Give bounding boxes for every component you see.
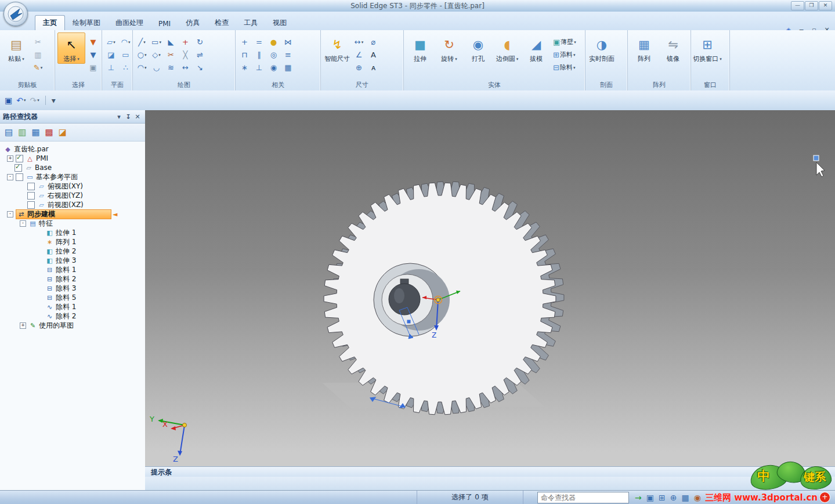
add-material-button[interactable]: ⊞添料▾ <box>551 49 578 61</box>
line-button[interactable]: ╱▾ <box>135 36 149 48</box>
expand-toggle[interactable]: + <box>20 322 26 329</box>
tangent-plane-button[interactable]: ◠▾ <box>119 36 132 48</box>
tree-item[interactable]: -⇄同步建模◄ <box>0 209 145 219</box>
save-button[interactable]: ▣ <box>5 96 12 104</box>
project-edge-button[interactable]: ↘ <box>193 61 207 74</box>
horizontal-vertical-button[interactable]: ∗ <box>238 61 251 74</box>
copy-button[interactable]: ▥ <box>31 49 45 61</box>
tree-item[interactable]: ◆直齿轮.par <box>0 144 145 154</box>
tree-item[interactable]: ▱右视图(YZ) <box>0 191 145 200</box>
visibility-checkbox[interactable] <box>15 164 22 172</box>
angled-plane-button[interactable]: ◪ <box>104 49 118 61</box>
tree-item[interactable]: ▱前视图(XZ) <box>0 200 145 209</box>
circle-button[interactable]: ○▾ <box>135 49 149 61</box>
paste-button[interactable]: ▤粘贴▾ <box>2 32 30 64</box>
tree-item[interactable]: ▱Base <box>0 163 145 172</box>
tree-item[interactable]: ∿除料 1 <box>0 302 145 311</box>
point-button[interactable]: + <box>179 36 192 48</box>
tab-绘制草图[interactable]: 绘制草图 <box>65 16 108 30</box>
tree-item[interactable]: -▭基本参考平面 <box>0 172 145 182</box>
close-panel-icon[interactable]: ✕ <box>133 113 142 121</box>
pattern-button[interactable]: ▦阵列 <box>630 32 658 64</box>
distance-between-button[interactable]: ↔▾ <box>352 36 366 48</box>
tangent-relation-button[interactable]: ◎ <box>267 49 280 61</box>
expand-toggle[interactable]: - <box>20 220 26 227</box>
switch-windows-button[interactable]: ⊞切换窗口▾ <box>693 32 721 64</box>
hole-button[interactable]: ◉打孔 <box>464 32 492 64</box>
zoom-area-button[interactable]: ⊞ <box>659 494 666 502</box>
angle-between-button[interactable]: ∠ <box>352 49 366 61</box>
tab-检查[interactable]: 检查 <box>207 16 236 30</box>
text-increase-button[interactable]: A <box>367 49 380 61</box>
diameter-dimension-button[interactable]: ⌀ <box>367 36 380 48</box>
maximize-button[interactable]: ❐ <box>805 1 818 10</box>
tree-item[interactable]: ∗阵列 1 <box>0 237 145 246</box>
select-options-button[interactable]: ▣ <box>86 61 100 74</box>
live-section-button[interactable]: ◑实时剖面 <box>588 32 616 64</box>
offset-button[interactable]: ≋ <box>164 61 178 74</box>
visibility-checkbox[interactable] <box>27 201 35 209</box>
expand-toggle[interactable]: - <box>7 211 13 217</box>
mirror-sketch-button[interactable]: ⇌ <box>193 49 207 61</box>
tree-item[interactable]: +△PMI <box>0 154 145 163</box>
polygon-button[interactable]: ◇▾ <box>150 49 163 61</box>
tree-item[interactable]: ⊟除料 1 <box>0 265 145 274</box>
tree-item[interactable]: ⊟除料 3 <box>0 284 145 293</box>
toolbar-options-button[interactable]: ▾ <box>52 96 56 104</box>
perpendicular-plane-button[interactable]: ⊥ <box>104 61 118 74</box>
minimize-button[interactable]: — <box>791 1 804 10</box>
symmetric-relation-button[interactable]: ⋈ <box>281 36 295 48</box>
shaded-view-button[interactable]: ◉ <box>694 494 701 502</box>
thin-wall-button[interactable]: ▣薄壁▾ <box>551 36 578 48</box>
tree-item[interactable]: ▱俯视图(XY) <box>0 182 145 191</box>
tab-曲面处理[interactable]: 曲面处理 <box>108 16 151 30</box>
visibility-checkbox[interactable] <box>27 183 35 190</box>
coincident-plane-button[interactable]: ▱▾ <box>104 36 118 48</box>
select-filter-button[interactable]: ▼ <box>86 49 100 61</box>
panel-menu-icon[interactable]: ▾ <box>114 113 124 121</box>
collinear-relation-button[interactable]: ≡ <box>281 49 295 61</box>
select-button[interactable]: ↖选择▾ <box>57 32 85 64</box>
model-viewport[interactable]: Z Y X Z <box>145 110 835 466</box>
tree-item[interactable]: ⊟除料 5 <box>0 293 145 302</box>
command-finder-input[interactable] <box>537 492 629 503</box>
format-painter-button[interactable]: ✎▾ <box>31 61 45 74</box>
trim-button[interactable]: ✂ <box>164 49 178 61</box>
pathfinder-view-button[interactable]: ▤ <box>5 128 13 137</box>
chamfer-button[interactable]: ◣ <box>164 36 178 48</box>
parallel-relation-button[interactable]: ∥ <box>252 49 266 61</box>
equal-relation-button[interactable]: = <box>252 36 266 48</box>
tab-工具[interactable]: 工具 <box>236 16 265 30</box>
remove-material-button[interactable]: ⊟除料▾ <box>551 61 578 74</box>
fillet-button[interactable]: ◡ <box>150 61 163 74</box>
cut-button[interactable]: ✂ <box>31 36 45 48</box>
feature-library-button[interactable]: ▥ <box>18 128 26 137</box>
ground-relation-button[interactable]: ⊓ <box>238 49 251 61</box>
parallel-plane-button[interactable]: ▭ <box>119 49 132 61</box>
application-menu-button[interactable] <box>3 2 28 26</box>
redo-button[interactable]: ↷▾ <box>30 96 39 104</box>
tree-item[interactable]: ⊟除料 2 <box>0 274 145 284</box>
concentric-relation-button[interactable]: ◉ <box>267 61 280 74</box>
tab-PMI[interactable]: PMI <box>151 17 178 30</box>
coordinate-dimension-button[interactable]: ⊕ <box>352 61 366 74</box>
tree-item[interactable]: ∿除料 2 <box>0 311 145 321</box>
zoom-button[interactable]: ⊕ <box>670 494 677 502</box>
plane-by-points-button[interactable]: ∴ <box>119 61 132 74</box>
visibility-checkbox[interactable] <box>16 155 23 162</box>
text-decrease-button[interactable]: ᴀ <box>367 61 380 74</box>
visibility-checkbox[interactable] <box>16 173 23 181</box>
smart-dimension-button[interactable]: ↯智能尺寸 <box>323 32 351 64</box>
tree-item[interactable]: ◧拉伸 3 <box>0 256 145 265</box>
display-options-button[interactable]: ◪ <box>59 128 67 137</box>
tab-仿真[interactable]: 仿真 <box>178 16 207 30</box>
sketch-view-button[interactable]: ▦ <box>681 494 689 502</box>
undo-button[interactable]: ↶▾ <box>16 96 26 104</box>
revolve-button[interactable]: ↻旋转▾ <box>435 32 463 64</box>
color-manager-button[interactable]: ▩ <box>45 128 53 137</box>
rectangle-button[interactable]: ▭▾ <box>150 36 163 48</box>
fit-view-button[interactable]: ▣ <box>646 494 654 502</box>
tab-视图[interactable]: 视图 <box>265 16 294 30</box>
rotate-button[interactable]: ↻ <box>193 36 207 48</box>
arc-button[interactable]: ◠▾ <box>135 61 149 74</box>
